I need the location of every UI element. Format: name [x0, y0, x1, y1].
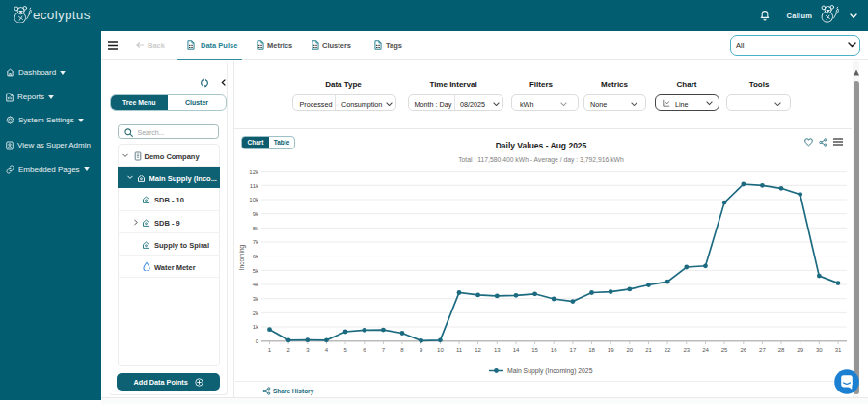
svg-text:30: 30 [816, 347, 823, 353]
svg-text:25: 25 [721, 347, 728, 353]
svg-text:15: 15 [531, 347, 538, 353]
svg-text:10k: 10k [249, 197, 259, 202]
svg-text:19: 19 [608, 347, 614, 353]
svg-text:11: 11 [456, 347, 463, 353]
svg-text:18: 18 [588, 347, 595, 353]
svg-text:6k: 6k [253, 254, 259, 259]
svg-text:28: 28 [778, 347, 785, 353]
svg-text:4k: 4k [253, 282, 259, 287]
svg-text:3: 3 [306, 347, 310, 353]
svg-text:21: 21 [645, 347, 652, 353]
svg-text:20: 20 [626, 347, 633, 353]
svg-text:16: 16 [551, 347, 557, 353]
svg-text:7: 7 [382, 347, 386, 353]
svg-text:13: 13 [494, 347, 501, 353]
svg-text:12: 12 [475, 347, 481, 353]
svg-text:24: 24 [702, 347, 709, 353]
svg-text:29: 29 [797, 347, 803, 353]
svg-text:14: 14 [513, 347, 520, 353]
svg-text:10: 10 [437, 347, 444, 353]
svg-text:9: 9 [420, 347, 423, 353]
svg-text:11k: 11k [250, 183, 259, 189]
svg-text:6: 6 [363, 347, 366, 353]
svg-text:Incoming: Incoming [238, 244, 246, 270]
svg-text:0: 0 [256, 338, 259, 344]
svg-text:2k: 2k [253, 310, 259, 316]
svg-text:1: 1 [268, 347, 272, 353]
svg-text:22: 22 [665, 347, 671, 353]
svg-text:17: 17 [570, 347, 577, 353]
svg-text:12k: 12k [249, 169, 259, 175]
svg-text:9k: 9k [253, 211, 259, 217]
svg-text:26: 26 [740, 347, 746, 353]
svg-text:3k: 3k [253, 296, 259, 302]
svg-text:1k: 1k [253, 324, 259, 330]
svg-text:7k: 7k [253, 239, 259, 245]
svg-text:31: 31 [835, 347, 842, 353]
svg-text:5k: 5k [253, 268, 259, 274]
svg-text:5: 5 [343, 347, 347, 353]
svg-text:23: 23 [683, 347, 690, 353]
svg-text:2: 2 [286, 347, 290, 353]
svg-text:27: 27 [759, 347, 766, 353]
svg-text:8k: 8k [253, 226, 259, 231]
svg-text:8: 8 [400, 347, 404, 353]
svg-text:4: 4 [325, 347, 329, 353]
